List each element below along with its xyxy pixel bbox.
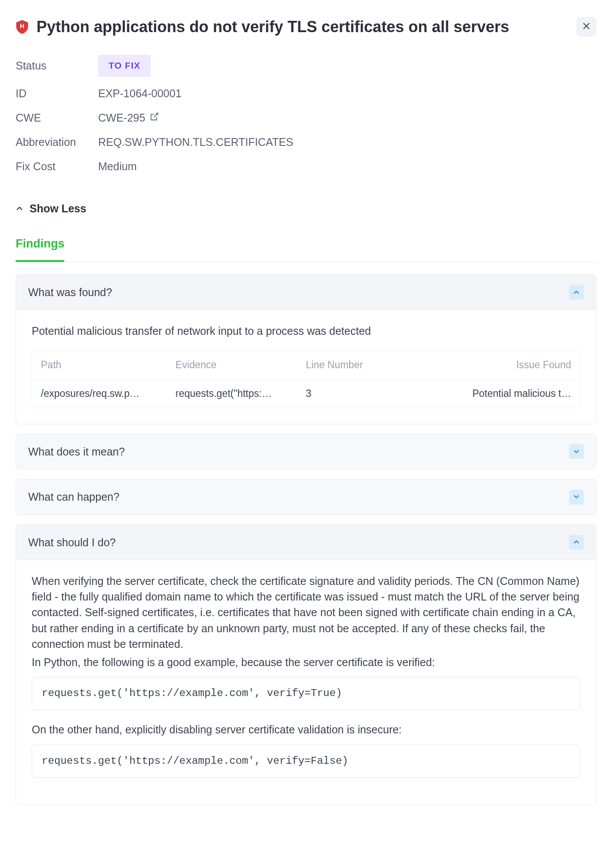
meta-value-id: EXP-1064-00001 — [98, 86, 182, 101]
recommendation-paragraph-3: On the other hand, explicitly disabling … — [32, 722, 580, 737]
cell-evidence: requests.get("https:… — [167, 380, 297, 408]
external-link-icon — [149, 110, 159, 125]
cell-line: 3 — [297, 380, 419, 408]
finding-description: Potential malicious transfer of network … — [32, 323, 580, 339]
cell-path: /exposures/req.sw.p… — [32, 380, 167, 408]
chevron-up-icon — [573, 535, 580, 550]
meta-value-cwe: CWE-295 — [98, 110, 145, 125]
tab-bar: Findings — [16, 235, 596, 262]
col-evidence: Evidence — [167, 351, 297, 379]
col-issue: Issue Found — [419, 351, 580, 379]
panel-what-can-happen: What can happen? — [16, 479, 596, 515]
meta-label-abbr: Abbreviation — [16, 134, 98, 150]
panel-header-found[interactable]: What was found? — [16, 275, 596, 310]
panel-what-does-it-mean: What does it mean? — [16, 434, 596, 469]
col-line: Line Number — [297, 351, 419, 379]
panel-what-was-found: What was found? Potential malicious tran… — [16, 274, 596, 424]
col-path: Path — [32, 351, 167, 379]
panel-header-do[interactable]: What should I do? — [16, 525, 596, 560]
panel-header-happen[interactable]: What can happen? — [16, 479, 596, 514]
tab-findings[interactable]: Findings — [16, 235, 64, 262]
panel-title-do: What should I do? — [28, 535, 116, 550]
show-less-toggle[interactable]: Show Less — [16, 201, 86, 216]
meta-label-id: ID — [16, 86, 98, 101]
code-example-good: requests.get('https://example.com', veri… — [32, 677, 580, 710]
recommendation-paragraph-1: When verifying the server certificate, c… — [32, 573, 580, 652]
table-row[interactable]: /exposures/req.sw.p… requests.get("https… — [32, 380, 580, 408]
panel-collapse-button[interactable] — [569, 285, 584, 300]
cell-issue: Potential malicious t… — [419, 380, 580, 408]
status-badge: TO FIX — [98, 55, 151, 76]
panel-title-mean: What does it mean? — [28, 444, 125, 459]
show-less-label: Show Less — [30, 201, 86, 216]
chevron-down-icon — [573, 444, 580, 459]
chevron-up-icon — [573, 285, 580, 300]
close-button[interactable] — [576, 17, 596, 37]
panel-what-should-i-do: What should I do? When verifying the ser… — [16, 525, 596, 805]
chevron-down-icon — [573, 489, 580, 505]
findings-table: Path Evidence Line Number Issue Found /e… — [32, 350, 580, 409]
severity-shield-icon: H — [16, 20, 29, 34]
panel-title-happen: What can happen? — [28, 489, 119, 505]
code-example-bad: requests.get('https://example.com', veri… — [32, 745, 580, 778]
panel-collapse-button[interactable] — [569, 535, 584, 550]
meta-table: Status TO FIX ID EXP-1064-00001 CWE CWE-… — [16, 50, 596, 178]
meta-value-fix: Medium — [98, 158, 137, 174]
panel-title-found: What was found? — [28, 284, 112, 300]
cwe-link[interactable]: CWE-295 — [98, 110, 159, 125]
meta-label-fix: Fix Cost — [16, 158, 98, 174]
meta-label-cwe: CWE — [16, 110, 98, 125]
close-icon — [582, 20, 591, 35]
panel-expand-button[interactable] — [569, 444, 584, 459]
panel-header-mean[interactable]: What does it mean? — [16, 434, 596, 469]
chevron-up-icon — [16, 205, 23, 212]
recommendation-paragraph-2: In Python, the following is a good examp… — [32, 654, 580, 670]
panel-expand-button[interactable] — [569, 490, 584, 505]
meta-value-abbr: REQ.SW.PYTHON.TLS.CERTIFICATES — [98, 134, 293, 150]
page-title: Python applications do not verify TLS ce… — [36, 16, 569, 38]
meta-label-status: Status — [16, 58, 98, 73]
svg-text:H: H — [20, 23, 24, 30]
